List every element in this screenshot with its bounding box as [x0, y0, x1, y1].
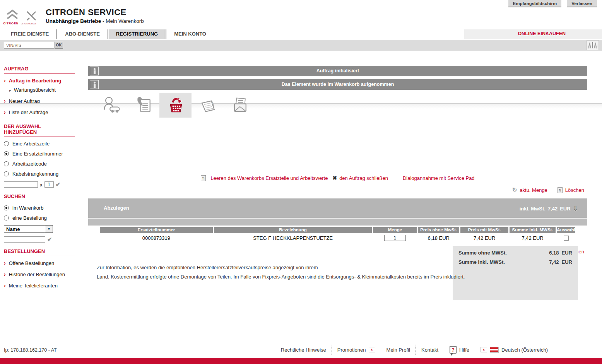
online-einkaufen-link[interactable]: ONLINE EINKAUFEN [518, 31, 566, 36]
total-label: inkl. MwSt. [520, 206, 546, 212]
cell-part-number: 0000873319 [100, 233, 213, 243]
col-bezeichnung: Bezeichnung [214, 227, 372, 233]
help-link[interactable]: ? Hilfe [444, 344, 475, 355]
main-content: Auftrag initialisiert Das Element wurde … [88, 66, 587, 255]
sidebar: AUFTRAG › Auftag in Bearbeitung ▸ Wartun… [4, 66, 83, 294]
language-selector[interactable]: ▲ Deutsch (Österreich) [475, 345, 553, 354]
col-auswahl: Auswahl [557, 227, 575, 233]
table-actions-top: ↻ aktu. Menge ⇅ Löschen [88, 186, 584, 193]
radio-eine-ersatzteilnummer[interactable]: Eine Ersatzteilnummer [4, 151, 83, 157]
empty-cart-link[interactable]: Leeren des Warenkorbs Ersatzteile und Ar… [210, 175, 328, 181]
help-question-icon: ? [450, 346, 457, 354]
page-title: CITROËN SERVICE [46, 7, 127, 17]
sidebar-item-wartungsuebersicht[interactable]: ▸ Wartungsübersicht [9, 87, 83, 93]
sidebar-heading-hinzufuegen: DER AUSWAHL HINZUFÜGEN [4, 123, 75, 137]
cart-action-links: ⇅ Leeren des Warenkorbs Ersatzteile und … [88, 175, 587, 181]
radio-checked-icon [4, 151, 9, 156]
step-mail[interactable] [224, 93, 256, 118]
sidebar-item-offene-bestellungen[interactable]: › Offene Bestellungen [4, 260, 83, 266]
footer-link-label: Kontakt [421, 347, 438, 353]
sidebar-item-historie-der-bestellungen[interactable]: › Historie der Bestellungen [4, 271, 83, 277]
cell-price-incl: 7,42 EUR [460, 233, 508, 243]
part-number-input[interactable] [4, 181, 38, 188]
mail-icon [230, 95, 250, 115]
empty-cart-icon: ⇅ [201, 175, 206, 181]
total-excl-row: Summe ohne MWSt. 6,18 EUR [458, 250, 572, 256]
legal-link[interactable]: Rechtliche Hinweise [275, 345, 332, 354]
radio-eine-arbeitszeile[interactable]: Eine Arbeitszeile [4, 141, 83, 147]
pricing-note: Zur Information, es werden die empfohlen… [97, 263, 476, 282]
info-bar-auftrag-initialisiert: Auftrag initialisiert [88, 66, 587, 76]
sidebar-heading-bestellungen: BESTELLUNGEN [4, 248, 75, 256]
total-currency: EUR [560, 206, 570, 212]
footer-link-label: Deutsch (Österreich) [501, 347, 548, 353]
close-order-link[interactable]: den Auftrag schließen [339, 175, 388, 181]
step-appointment[interactable] [192, 93, 224, 118]
confirm-check-icon[interactable]: ✔ [56, 181, 61, 188]
confirm-check-icon[interactable]: ✔ [47, 236, 52, 243]
radio-label: Arbeitszeitcode [12, 161, 47, 167]
footer-link-label: Hilfe [459, 347, 469, 353]
step-work-items[interactable] [127, 93, 159, 118]
tab-freie-dienste[interactable]: FREIE DIENSTE [4, 29, 56, 39]
radio-im-warenkorb[interactable]: im Warenkorb [4, 205, 83, 211]
search-input[interactable] [4, 236, 45, 243]
col-preis-ohne-mwst: Preis ohne MwSt. [418, 227, 459, 233]
profile-link[interactable]: Mein Profil [381, 345, 416, 354]
promotions-expand-icon[interactable]: ▲ [369, 347, 375, 352]
part-number-entry-row: x ✔ [4, 181, 83, 188]
steps-divider-line [0, 103, 602, 109]
tab-abo-dienste[interactable]: ABO-DIENSTE [58, 29, 107, 39]
part-qty-input[interactable] [44, 181, 54, 188]
delete-link[interactable]: Löschen [565, 187, 584, 193]
cell-sum-incl: 7,42 EUR [510, 233, 556, 243]
footer-link-label: Mein Profil [387, 347, 410, 353]
radio-icon [4, 215, 9, 220]
col-menge: Menge [373, 227, 417, 233]
reception-screen-button[interactable]: Empfangsbildschirm [508, 0, 562, 7]
delete-icon: ⇅ [558, 187, 563, 193]
sidebar-item-label: Offene Bestellungen [9, 260, 55, 266]
vin-input[interactable] [4, 42, 54, 49]
sidebar-item-auftrag-in-bearbeitung[interactable]: › Auftag in Bearbeitung [4, 77, 83, 84]
step-basket[interactable] [159, 93, 192, 118]
sidebar-subitem-label: Wartungsübersicht [14, 87, 56, 93]
cart-section-bar: Abzulegen inkl. MwSt. 7,42 EUR ⇓ [88, 198, 587, 218]
step-customer-vehicle[interactable] [95, 93, 127, 118]
close-order-x-icon: ✖ [332, 175, 337, 181]
select-value: Name [4, 226, 45, 232]
radio-kabelstrangkennung[interactable]: Kabelstrangkennung [4, 171, 83, 177]
cart-bar-total: inkl. MwSt. 7,42 EUR ⇓ [520, 205, 578, 212]
radio-label: Eine Ersatzteilnummer [12, 151, 63, 157]
main-nav: FREIE DIENSTE ABO-DIENSTE REGISTRIERUNG … [0, 29, 602, 39]
parts-catalog-button[interactable] [587, 40, 599, 50]
language-expand-icon[interactable]: ▲ [481, 347, 487, 352]
row-qty-input[interactable] [384, 235, 406, 241]
brand-logos: CITROËN DS AUTOMOBILES [3, 9, 42, 28]
table-header-row: Ersatzteilnummer Bezeichnung Menge Preis… [100, 227, 575, 233]
chevron-right-icon: › [4, 77, 6, 84]
contact-link[interactable]: Kontakt [416, 345, 444, 354]
footer-link-label: Promotionen [337, 347, 366, 353]
times-label: x [40, 182, 43, 188]
sidebar-item-label: Auftag in Bearbeitung [9, 78, 62, 84]
tab-mein-konto[interactable]: MEIN KONTO [167, 29, 213, 39]
radio-label: eine Bestellung [12, 215, 47, 221]
tab-registrierung[interactable]: REGISTRIERUNG [109, 29, 165, 39]
service-pad-link[interactable]: Dialogannahme mit Service Pad [403, 175, 475, 181]
table-row: 0000873319 STEG F HECKKLAPPENSTUETZE 6,1… [100, 233, 575, 243]
collapse-down-icon[interactable]: ⇓ [573, 205, 578, 212]
citroen-wordmark: CITROËN [3, 22, 19, 25]
promotions-link[interactable]: Promotionen ▲ [332, 345, 381, 354]
sidebar-item-meine-teilelieferanten[interactable]: › Meine Teilelieferanten [4, 282, 83, 289]
vin-ok-button[interactable]: OK [55, 42, 63, 49]
row-select-checkbox[interactable] [564, 236, 569, 241]
update-qty-link[interactable]: aktu. Menge [520, 187, 547, 193]
cell-description: STEG F HECKKLAPPENSTUETZE [214, 233, 372, 243]
leave-button[interactable]: Verlassen [567, 0, 597, 7]
radio-eine-bestellung[interactable]: eine Bestellung [4, 215, 83, 221]
customer-vehicle-icon [101, 95, 121, 115]
sidebar-item-liste-der-auftraege[interactable]: › Liste der Aufträge [4, 109, 83, 115]
search-field-select[interactable]: Name ▼ [4, 225, 53, 233]
radio-arbeitszeitcode[interactable]: Arbeitszeitcode [4, 161, 83, 167]
